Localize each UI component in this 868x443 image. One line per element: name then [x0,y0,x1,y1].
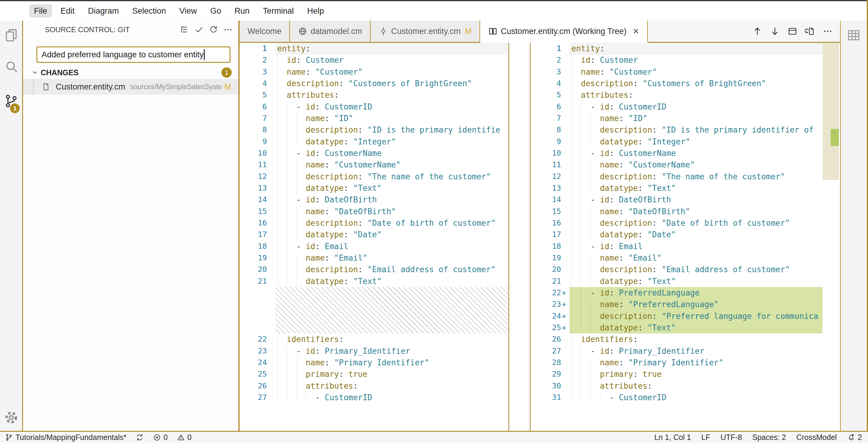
menu-item-help[interactable]: Help [302,4,329,18]
code-line-9[interactable]: 9 datatype: "Integer" [531,136,823,147]
code-line-16[interactable]: 16 description: "Date of birth of custom… [240,217,508,229]
code-line-29[interactable]: 29 primary: true [531,368,823,380]
code-line-27[interactable]: 27 - id: Primary_Identifier [531,345,823,357]
code-line-17[interactable]: 17 datatype: "Date" [531,229,823,240]
editor-scrollbar[interactable] [823,43,840,431]
menu-item-edit[interactable]: Edit [56,4,80,18]
code-line-2[interactable]: 2 id: Customer [240,54,508,66]
more-actions-button[interactable] [823,26,833,36]
scrollbar-slider[interactable] [823,43,839,180]
code-line-7[interactable]: 7 name: "ID" [240,113,508,124]
code-line-9[interactable]: 9 datatype: "Integer" [240,136,508,147]
code-line-23[interactable]: 23 - id: Primary_Identifier [240,345,508,357]
code-line-20[interactable]: 20 description: "Email address of custom… [240,264,508,275]
diff-original-pane[interactable]: 1entity:2 id: Customer3 name: "Customer"… [240,43,508,431]
statusbar-language-mode[interactable]: CrossModel [797,433,837,442]
code-line-18[interactable]: 18 - id: Email [240,241,508,252]
commit-button[interactable] [194,25,204,35]
code-line-4[interactable]: 4 description: "Customers of BrightGreen… [240,78,508,89]
statusbar-end-of-line[interactable]: LF [702,433,710,442]
code-line-13[interactable]: 13 datatype: "Text" [531,182,823,194]
code-line-19[interactable]: 19 name: "Email" [531,252,823,264]
code-line-23[interactable]: 23+ name: "PreferredLanguage" [531,299,823,310]
statusbar-encoding[interactable]: UTF-8 [721,433,742,442]
activitybar-item-explorer[interactable] [3,27,19,43]
code-line-27[interactable]: 27 - CustomerID [240,392,508,403]
code-line-31[interactable]: 31 - CustomerID [531,392,823,403]
activitybar-item-settings[interactable] [3,410,19,425]
menu-item-run[interactable]: Run [229,4,254,18]
menu-item-file[interactable]: File [29,4,52,18]
code-line-10[interactable]: 10 - id: CustomerName [240,147,508,159]
menu-item-terminal[interactable]: Terminal [258,4,299,18]
previous-change-button[interactable] [752,26,763,36]
view-as-tree-button[interactable] [180,25,189,35]
code-line-24[interactable]: 24 name: "Primary Identifier" [240,357,508,368]
changes-section-header[interactable]: CHANGES 1 [23,66,238,79]
code-line-18[interactable]: 18 - id: Email [531,241,823,252]
code-line-19[interactable]: 19 name: "Email" [240,252,508,264]
code-line-4[interactable]: 4 description: "Customers of BrightGreen… [531,78,823,89]
code-line-17[interactable]: 17 datatype: "Date" [240,229,508,240]
code-line-3[interactable]: 3 name: "Customer" [531,66,823,78]
code-line-12[interactable]: 12 description: "The name of the custome… [531,171,823,182]
tab-welcome[interactable]: Welcome [240,21,290,42]
code-line-8[interactable]: 8 description: "ID is the primary identi… [531,124,823,136]
code-line-25[interactable]: 25+ datatype: "Text" [531,322,823,333]
code-line-30[interactable]: 30 attributes: [531,380,823,392]
code-line-14[interactable]: 14 - id: DateOfBirth [240,194,508,205]
code-line-6[interactable]: 6 - id: CustomerID [531,101,823,113]
diff-sash[interactable] [508,43,531,431]
code-line-3[interactable]: 3 name: "Customer" [240,66,508,78]
code-line-14[interactable]: 14 - id: DateOfBirth [531,194,823,205]
code-line-6[interactable]: 6 - id: CustomerID [240,101,508,113]
next-change-button[interactable] [770,26,780,36]
code-line-11[interactable]: 11 name: "CustomerName" [531,159,823,171]
tab-customer-entity-cm-working-tree-[interactable]: Customer.entity.cm (Working Tree)✕ [480,21,648,42]
code-line-8[interactable]: 8 description: "ID is the primary identi… [240,124,508,136]
code-line-13[interactable]: 13 datatype: "Text" [240,182,508,194]
code-line-21[interactable]: 21 datatype: "Text" [531,275,823,287]
code-line-10[interactable]: 10 - id: CustomerName [531,147,823,159]
code-line-1[interactable]: 1entity: [531,43,823,54]
tab-datamodel-cm[interactable]: datamodel.cm [290,21,371,42]
statusbar-errors[interactable]: 0 [153,433,168,442]
code-line-5[interactable]: 5 attributes: [531,89,823,101]
statusbar-cursor-position[interactable]: Ln 1, Col 1 [654,433,691,442]
refresh-button[interactable] [209,25,218,35]
code-line-12[interactable]: 12 description: "The name of the custome… [240,171,508,182]
activitybar-item-search[interactable] [3,59,19,75]
diff-modified-pane[interactable]: 1entity:2 id: Customer3 name: "Customer"… [531,43,823,431]
statusbar-warnings[interactable]: 0 [177,433,192,442]
toggle-inline-view-button[interactable] [787,26,798,36]
code-line-26[interactable]: 26 attributes: [240,380,508,392]
code-line-22[interactable]: 22 identifiers: [240,333,508,345]
code-line-26[interactable]: 26 identifiers: [531,333,823,345]
changed-file-row[interactable]: Customer.entity.cm sources/MySimpleSales… [23,79,238,95]
menu-item-selection[interactable]: Selection [127,4,171,18]
code-line-22[interactable]: 22+ - id: PreferredLanguage [531,287,823,299]
close-icon[interactable]: ✕ [633,27,639,35]
menu-item-view[interactable]: View [175,4,202,18]
statusbar-indentation[interactable]: Spaces: 2 [752,433,786,442]
code-line-16[interactable]: 16 description: "Date of birth of custom… [531,217,823,229]
code-line-25[interactable]: 25 primary: true [240,368,508,380]
code-line-15[interactable]: 15 name: "DateOfBirth" [240,206,508,217]
code-line-5[interactable]: 5 attributes: [240,89,508,101]
code-line-7[interactable]: 7 name: "ID" [531,113,823,124]
commit-message-input[interactable]: Added preferred language to customer ent… [36,47,230,63]
code-line-15[interactable]: 15 name: "DateOfBirth" [531,206,823,217]
menu-item-go[interactable]: Go [205,4,226,18]
open-file-button[interactable] [805,26,815,36]
code-line-2[interactable]: 2 id: Customer [531,54,823,66]
code-line-21[interactable]: 21 datatype: "Text" [240,275,508,287]
menu-item-diagram[interactable]: Diagram [83,4,124,18]
code-line-28[interactable]: 28 name: "Primary Identifier" [531,357,823,368]
code-line-20[interactable]: 20 description: "Email address of custom… [531,264,823,275]
statusbar-branch[interactable]: Tutorials/MappingFundamentals* [5,433,126,442]
code-line-11[interactable]: 11 name: "CustomerName" [240,159,508,171]
statusbar-sync[interactable] [135,433,144,442]
code-line-1[interactable]: 1entity: [240,43,508,54]
tab-customer-entity-cm[interactable]: Customer.entity.cmM [371,21,480,42]
more-actions-button[interactable] [223,25,233,35]
